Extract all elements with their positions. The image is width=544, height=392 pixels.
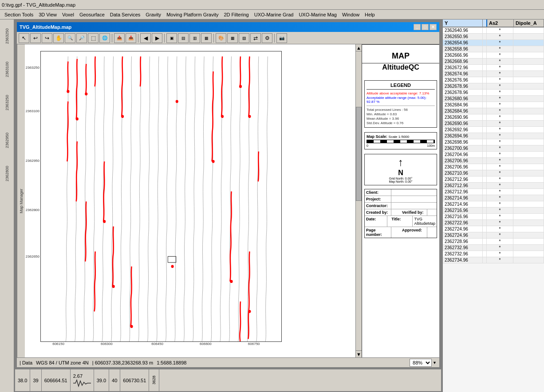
menu-item-help[interactable]: Help bbox=[362, 11, 378, 18]
export2-button[interactable]: 📥 bbox=[126, 33, 136, 43]
maximize-button[interactable]: □ bbox=[422, 24, 429, 30]
sel3-button[interactable]: ▥ bbox=[189, 33, 200, 43]
select-tool-button[interactable]: ↖ bbox=[19, 33, 29, 43]
bottom-val-5: 39.0 bbox=[97, 378, 106, 383]
zoom-select[interactable]: 88% 100% 75% 50% bbox=[410, 359, 432, 367]
sel2-button[interactable]: ▤ bbox=[178, 33, 189, 43]
menu-item-2d-filtering[interactable]: 2D Filtering bbox=[221, 11, 252, 18]
minimize-button[interactable]: _ bbox=[414, 24, 421, 30]
scroll-thumb[interactable] bbox=[356, 107, 362, 201]
cell-as2: * bbox=[487, 239, 513, 244]
menu-item-window[interactable]: Window bbox=[339, 11, 362, 18]
table-row[interactable]: 2362724.96 * bbox=[443, 226, 544, 232]
table-row[interactable]: 2362712.96 * bbox=[443, 183, 544, 189]
redo-button[interactable]: ↪ bbox=[42, 33, 52, 43]
nav-fwd-button[interactable]: ▶ bbox=[152, 33, 162, 43]
menu-item-geosurface[interactable]: Geosurface bbox=[77, 11, 107, 18]
toolbar-separator bbox=[112, 34, 112, 43]
table-row[interactable]: 2362734.96 * bbox=[443, 257, 544, 263]
cell-dip bbox=[513, 208, 544, 213]
table-row[interactable]: 2362692.96 * bbox=[443, 127, 544, 133]
scroll-down-button[interactable]: ▼ bbox=[356, 350, 362, 357]
table-row[interactable]: 2362672.96 * bbox=[443, 65, 544, 71]
table-row[interactable]: 2362722.96 * bbox=[443, 220, 544, 226]
table-row[interactable]: 2362716.96 * bbox=[443, 214, 544, 220]
table-row[interactable]: 2362684.96 * bbox=[443, 102, 544, 108]
undo-button[interactable]: ↩ bbox=[30, 33, 41, 43]
x-label-3: 606450 bbox=[151, 342, 163, 346]
bottom-axis-label: 3628 bbox=[149, 369, 159, 391]
table-row[interactable]: 2362640.96 * bbox=[443, 27, 544, 34]
web-button[interactable]: 🌐 bbox=[99, 33, 110, 43]
table-row[interactable]: 2362684.96 * bbox=[443, 108, 544, 114]
table-row[interactable]: 2362704.96 * bbox=[443, 152, 544, 158]
table-row[interactable]: 2362728.96 * bbox=[443, 239, 544, 245]
nav-back-button[interactable]: ◀ bbox=[140, 33, 151, 43]
menu-item-data-services[interactable]: Data Services bbox=[107, 11, 143, 18]
table-row[interactable]: 2362668.96 * bbox=[443, 59, 544, 65]
table-row[interactable]: 2362676.96 * bbox=[443, 77, 544, 83]
zoom-dropdown-icon[interactable]: ▼ bbox=[433, 361, 437, 365]
table-row[interactable]: 2362712.96 * bbox=[443, 176, 544, 183]
cell-y: 2362678.96 bbox=[443, 83, 483, 89]
table-row[interactable]: 2362674.96 * bbox=[443, 71, 544, 77]
export1-button[interactable]: 📤 bbox=[114, 33, 125, 43]
table-row[interactable]: 2362700.96 * bbox=[443, 145, 544, 152]
menu-item-section-tools[interactable]: Section Tools bbox=[2, 11, 36, 18]
menu-item-voxel[interactable]: Voxel bbox=[59, 11, 77, 18]
zoom-out-button[interactable]: 🔎 bbox=[76, 33, 87, 43]
cell-y: 2362734.96 bbox=[443, 257, 483, 263]
table-row[interactable]: 2362716.96 * bbox=[443, 208, 544, 214]
cell-y2 bbox=[483, 108, 487, 114]
scroll-up-button[interactable]: ▲ bbox=[356, 44, 362, 51]
sel1-button[interactable]: ▣ bbox=[166, 33, 177, 43]
table-row[interactable]: 2362712.96 * bbox=[443, 189, 544, 195]
cell-y2 bbox=[483, 214, 487, 220]
table-row[interactable]: 2362706.96 * bbox=[443, 164, 544, 170]
cell-dip bbox=[513, 121, 544, 126]
table-row[interactable]: 2362650.96 * bbox=[443, 34, 544, 40]
svg-point-2 bbox=[85, 92, 87, 95]
zoom-in-button[interactable]: 🔍 bbox=[65, 33, 75, 43]
cell-y: 2362716.96 bbox=[443, 214, 483, 220]
close-button[interactable]: ✕ bbox=[430, 24, 437, 30]
screenshot-button[interactable]: 📷 bbox=[276, 33, 287, 43]
svg-point-12 bbox=[248, 310, 251, 313]
table-row[interactable]: 2362690.96 * bbox=[443, 114, 544, 121]
move-button[interactable]: ⇄ bbox=[250, 33, 261, 43]
cell-dip bbox=[513, 239, 544, 244]
color-button[interactable]: 🎨 bbox=[216, 33, 226, 43]
grid1-button[interactable]: ▦ bbox=[227, 33, 238, 43]
menu-item-moving-platform-gravity[interactable]: Moving Platform Gravity bbox=[164, 11, 221, 18]
table-row[interactable]: 2362654.96 * bbox=[443, 40, 544, 46]
table-row[interactable]: 2362732.96 * bbox=[443, 245, 544, 251]
table-row[interactable]: 2362690.96 * bbox=[443, 121, 544, 127]
settings-button[interactable]: ⚙ bbox=[262, 33, 272, 43]
sel4-button[interactable]: ▦ bbox=[201, 33, 212, 43]
table-row[interactable]: 2362714.96 * bbox=[443, 201, 544, 208]
menu-item-gravity[interactable]: Gravity bbox=[143, 11, 164, 18]
menu-item-uxo-marine-grad[interactable]: UXO-Marine Grad bbox=[252, 11, 296, 18]
table-row[interactable]: 2362724.96 * bbox=[443, 232, 544, 239]
pan-button[interactable]: ✋ bbox=[53, 33, 64, 43]
cell-dip bbox=[513, 170, 544, 176]
cell-y2 bbox=[483, 208, 487, 213]
table-row[interactable]: 2362666.96 * bbox=[443, 52, 544, 59]
table-row[interactable]: 2362678.96 * bbox=[443, 83, 544, 90]
table-row[interactable]: 2362710.96 * bbox=[443, 170, 544, 176]
menu-item-3d-view[interactable]: 3D View bbox=[36, 11, 59, 18]
cell-y: 2362712.96 bbox=[443, 189, 483, 195]
table-row[interactable]: 2362694.96 * bbox=[443, 133, 544, 139]
table-row[interactable]: 2362732.96 * bbox=[443, 251, 544, 257]
table-row[interactable]: 2362714.96 * bbox=[443, 195, 544, 201]
menu-item-uxo-marine-mag[interactable]: UXO-Marine Mag bbox=[296, 11, 339, 18]
map-viewport[interactable]: 2363250 2363100 2362950 2362800 2362650 … bbox=[25, 44, 362, 357]
table-row[interactable]: 2362706.96 * bbox=[443, 158, 544, 164]
table-row[interactable]: 2362658.96 * bbox=[443, 46, 544, 52]
vertical-scrollbar[interactable]: ▲ ▼ bbox=[355, 44, 362, 357]
table-row[interactable]: 2362680.96 * bbox=[443, 96, 544, 102]
table-row[interactable]: 2362698.96 * bbox=[443, 139, 544, 145]
zoom-rect-button[interactable]: ⬚ bbox=[88, 33, 99, 43]
grid2-button[interactable]: ▧ bbox=[239, 33, 249, 43]
table-row[interactable]: 2362678.96 * bbox=[443, 90, 544, 96]
